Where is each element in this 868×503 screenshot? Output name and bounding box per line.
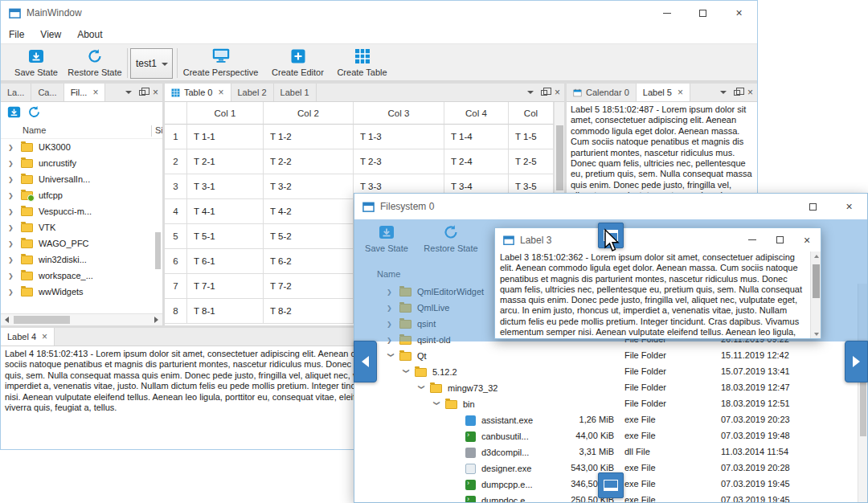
perspective-combobox[interactable]: test1 bbox=[130, 48, 173, 79]
table-cell[interactable]: T 3-2 bbox=[264, 174, 354, 199]
table-cell[interactable]: T 6-1 bbox=[187, 249, 264, 274]
tree-item[interactable]: ❯uncrustify bbox=[1, 155, 162, 171]
table-cell[interactable]: T 2-2 bbox=[264, 149, 354, 174]
maximize-button[interactable] bbox=[795, 194, 831, 219]
restore-state-icon[interactable] bbox=[27, 105, 41, 119]
table-cell[interactable]: T 2-3 bbox=[354, 149, 444, 174]
label3-title-bar[interactable]: Label 3 × bbox=[495, 228, 821, 251]
create-table-button[interactable]: Create Table bbox=[333, 47, 391, 80]
chevron-right-icon[interactable]: ❯ bbox=[8, 160, 16, 167]
create-perspective-button[interactable]: Create Perspective bbox=[182, 47, 260, 80]
horizontal-scrollbar-thumb[interactable] bbox=[14, 316, 70, 324]
chevron-right-icon[interactable]: ❯ bbox=[8, 192, 16, 199]
close-button[interactable]: × bbox=[831, 194, 867, 219]
scroll-right-icon[interactable] bbox=[150, 314, 162, 325]
close-area-icon[interactable]: × bbox=[743, 84, 757, 101]
maximize-button[interactable] bbox=[766, 228, 793, 251]
scroll-down-icon[interactable] bbox=[813, 331, 819, 337]
table-cell[interactable]: T 2-1 bbox=[187, 149, 264, 174]
dock-drop-indicator-bottom[interactable] bbox=[598, 472, 624, 498]
chevron-right-icon[interactable]: ❯ bbox=[8, 272, 16, 280]
filesystem-row[interactable]: ❯binFile Folder18.03.2019 12:51 bbox=[354, 396, 858, 412]
tree-item[interactable]: ❯VTK bbox=[1, 219, 162, 235]
tab-calendar-truncated[interactable]: Ca... bbox=[31, 84, 63, 101]
close-button[interactable]: × bbox=[721, 1, 757, 25]
tree-item[interactable]: ❯Vespucci-m... bbox=[1, 203, 162, 219]
chevron-right-icon[interactable]: ❯ bbox=[8, 144, 16, 151]
column-header-name[interactable]: Name bbox=[23, 125, 46, 135]
table-cell[interactable]: T 1-4 bbox=[444, 125, 509, 149]
vertical-scrollbar[interactable] bbox=[810, 251, 821, 338]
close-button[interactable]: × bbox=[793, 228, 821, 251]
chevron-right-icon[interactable]: ❯ bbox=[8, 208, 16, 215]
row-number-cell[interactable]: 4 bbox=[165, 199, 187, 224]
table-cell[interactable]: T 8-1 bbox=[187, 299, 264, 324]
chevron-right-icon[interactable]: ❯ bbox=[8, 256, 16, 264]
column-header-size[interactable]: Si bbox=[151, 125, 162, 137]
tree-item[interactable]: ❯workspace_... bbox=[1, 268, 162, 284]
table-cell[interactable]: T 5-2 bbox=[264, 224, 354, 249]
tab-list-dropdown-icon[interactable] bbox=[121, 84, 135, 101]
table-cell[interactable]: T 2-4 bbox=[444, 149, 509, 174]
table-cell[interactable]: T 8-2 bbox=[264, 299, 354, 324]
row-number-cell[interactable]: 3 bbox=[165, 174, 187, 199]
dock-drop-indicator-right[interactable] bbox=[845, 341, 868, 382]
chevron-down-icon[interactable]: ❯ bbox=[387, 352, 395, 360]
table-cell[interactable]: T 1-3 bbox=[354, 125, 444, 149]
column-header[interactable]: Col 2 bbox=[264, 102, 354, 125]
undock-area-icon[interactable] bbox=[135, 84, 149, 101]
close-tab-icon[interactable]: × bbox=[678, 87, 683, 98]
chevron-right-icon[interactable]: ❯ bbox=[8, 240, 16, 247]
scroll-left-icon[interactable] bbox=[1, 314, 13, 325]
table-cell[interactable]: T 6-2 bbox=[264, 249, 354, 274]
row-number-cell[interactable]: 8 bbox=[165, 299, 187, 324]
close-area-icon[interactable]: × bbox=[551, 84, 564, 101]
vertical-scrollbar-thumb[interactable] bbox=[813, 264, 820, 298]
table-cell[interactable]: T 2-5 bbox=[509, 149, 554, 174]
maximize-button[interactable] bbox=[685, 1, 721, 25]
filesystem-row[interactable]: ❯5.12.2File Folder15.07.2019 13:41 bbox=[354, 364, 858, 380]
vertical-scrollbar-thumb[interactable] bbox=[155, 232, 161, 269]
tab-calendar-0[interactable]: Calendar 0 bbox=[567, 84, 637, 101]
minimize-button[interactable] bbox=[739, 228, 766, 251]
chevron-down-icon[interactable]: ❯ bbox=[433, 400, 440, 408]
horizontal-scrollbar[interactable] bbox=[1, 313, 162, 325]
table-cell[interactable]: T 4-2 bbox=[264, 199, 354, 224]
chevron-right-icon[interactable]: ❯ bbox=[8, 288, 16, 296]
tab-label-2[interactable]: Label 2 bbox=[231, 84, 274, 101]
table-cell[interactable]: T 1-2 bbox=[264, 125, 354, 149]
filesystem-row[interactable]: ❯mingw73_32File Folder18.03.2019 12:47 bbox=[354, 380, 858, 396]
restore-state-button[interactable]: Restore State bbox=[65, 47, 125, 80]
menu-file[interactable]: File bbox=[1, 29, 32, 40]
tab-table-0[interactable]: Table 0 × bbox=[165, 84, 231, 101]
create-editor-button[interactable]: Create Editor bbox=[267, 47, 329, 80]
close-tab-icon[interactable]: × bbox=[218, 87, 223, 98]
tree-item[interactable]: ❯utfcpp bbox=[1, 187, 162, 203]
close-area-icon[interactable]: × bbox=[149, 84, 162, 101]
minimize-button[interactable] bbox=[649, 1, 685, 25]
filesystem-row[interactable]: d3dcompil...3,31 MiBdll File11.03.2014 1… bbox=[354, 444, 858, 460]
column-header[interactable]: Col bbox=[509, 102, 554, 125]
table-cell[interactable]: T 5-1 bbox=[187, 224, 264, 249]
filesystem-row[interactable]: ❯QtFile Folder15.11.2019 12:42 bbox=[354, 348, 858, 364]
tab-label-1[interactable]: Label 1 bbox=[274, 84, 317, 101]
table-cell[interactable]: T 7-1 bbox=[187, 274, 264, 299]
table-cell[interactable]: T 7-2 bbox=[264, 274, 354, 299]
table-cell[interactable]: T 1-5 bbox=[509, 125, 554, 149]
table-cell[interactable]: T 3-1 bbox=[187, 174, 264, 199]
vertical-scrollbar-thumb[interactable] bbox=[556, 125, 563, 190]
table-cell[interactable]: T 1-1 bbox=[187, 125, 264, 149]
undock-area-icon[interactable] bbox=[730, 84, 743, 101]
row-number-cell[interactable]: 2 bbox=[165, 149, 187, 174]
row-number-cell[interactable]: 1 bbox=[165, 125, 187, 149]
chevron-right-icon[interactable]: ❯ bbox=[8, 224, 16, 231]
tree-item[interactable]: ❯WAGO_PFC bbox=[1, 235, 162, 251]
chevron-down-icon[interactable]: ❯ bbox=[418, 384, 425, 392]
tab-label-4[interactable]: Label 4× bbox=[1, 328, 55, 346]
close-tab-icon[interactable]: × bbox=[92, 87, 98, 98]
table-cell[interactable]: T 4-1 bbox=[187, 199, 264, 224]
tab-filesystem-truncated[interactable]: Fil...× bbox=[64, 84, 106, 101]
column-header[interactable]: Col 1 bbox=[187, 102, 264, 125]
menu-about[interactable]: About bbox=[69, 29, 110, 40]
scroll-up-icon[interactable] bbox=[813, 253, 819, 259]
